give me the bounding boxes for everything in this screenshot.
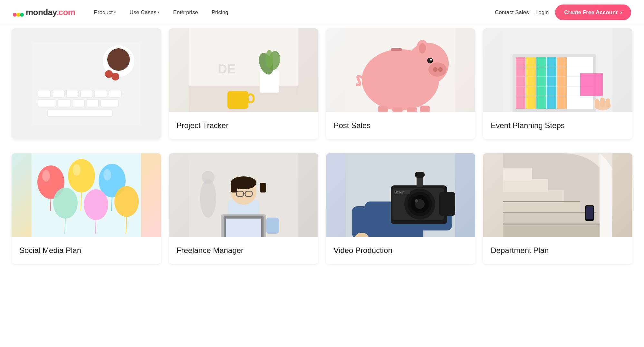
navbar: monday.com Product ▾ Use Cases ▾ Enterpr…	[0, 0, 644, 25]
card-daily-task-tracker[interactable]: Daily Task Tracker	[12, 28, 161, 139]
card-video-production[interactable]: SONY Video Production	[326, 153, 476, 264]
svg-rect-41	[392, 107, 403, 112]
card-label-dept: Department Plan	[483, 237, 632, 264]
svg-point-36	[430, 59, 432, 61]
keyboard-image	[32, 42, 141, 126]
svg-rect-26	[227, 91, 248, 109]
svg-point-75	[73, 164, 81, 176]
svg-point-64	[68, 159, 95, 192]
svg-rect-15	[58, 100, 70, 107]
nav-item-use-cases[interactable]: Use Cases ▾	[124, 7, 165, 18]
svg-rect-51	[557, 57, 567, 109]
card-social-media[interactable]: Social Media Plan	[12, 153, 161, 264]
svg-rect-49	[536, 57, 546, 109]
freelance-image	[189, 153, 298, 237]
svg-rect-10	[66, 90, 79, 97]
svg-point-74	[42, 170, 50, 182]
svg-point-70	[84, 189, 108, 220]
card-image-freelance	[169, 153, 318, 237]
chevron-down-icon: ▾	[114, 10, 116, 14]
svg-rect-90	[226, 219, 261, 237]
svg-point-68	[53, 188, 78, 219]
svg-rect-42	[407, 107, 417, 112]
card-event-planning[interactable]: Event Planning Steps	[483, 28, 632, 139]
card-grid-row2: Social Media Plan	[12, 150, 632, 267]
card-label-project: Project Tracker	[169, 112, 318, 139]
login-link[interactable]: Login	[535, 9, 549, 16]
stairs-image	[503, 153, 612, 237]
svg-rect-56	[580, 73, 603, 96]
svg-rect-115	[503, 168, 532, 181]
arrow-icon: ›	[620, 9, 622, 16]
card-label-post-sales: Post Sales	[326, 112, 476, 139]
chevron-down-icon: ▾	[158, 10, 159, 14]
logo-text: monday.com	[26, 7, 75, 17]
svg-rect-14	[38, 100, 56, 107]
svg-point-103	[415, 199, 418, 202]
svg-rect-47	[516, 57, 525, 109]
svg-rect-59	[600, 98, 605, 107]
create-account-button[interactable]: Create Free Account ›	[555, 5, 631, 20]
svg-point-5	[107, 48, 130, 71]
svg-point-0	[13, 13, 17, 16]
project-image: DE	[189, 28, 298, 112]
svg-rect-84	[260, 183, 266, 192]
card-image-video: SONY	[326, 153, 476, 237]
svg-point-72	[114, 186, 139, 217]
svg-rect-13	[109, 90, 121, 97]
svg-rect-50	[547, 57, 556, 109]
svg-point-25	[265, 50, 273, 68]
logo-link[interactable]: monday.com	[13, 7, 75, 18]
svg-rect-105	[415, 172, 425, 178]
card-image-dept	[483, 153, 632, 237]
card-image-event	[483, 28, 632, 112]
nav-right: Contact Sales Login Create Free Account …	[495, 5, 631, 20]
svg-rect-110	[503, 224, 612, 237]
svg-point-38	[419, 43, 426, 53]
card-label-video: Video Production	[326, 237, 476, 264]
card-grid-row1: Daily Task Tracker	[12, 25, 632, 142]
svg-rect-8	[38, 90, 50, 97]
planner-image	[503, 28, 612, 112]
video-image: SONY	[346, 153, 455, 237]
card-post-sales[interactable]: Post Sales	[326, 28, 476, 139]
svg-point-76	[103, 169, 111, 181]
card-label-social: Social Media Plan	[12, 237, 161, 264]
card-image-social	[12, 153, 161, 237]
card-label-freelance: Freelance Manager	[169, 237, 318, 264]
svg-point-34	[438, 67, 443, 72]
svg-point-35	[427, 58, 433, 63]
svg-text:DE: DE	[218, 62, 236, 76]
card-freelance[interactable]: Freelance Manager	[169, 153, 318, 264]
svg-rect-17	[86, 100, 99, 107]
logo-icon	[13, 7, 24, 18]
piggy-image	[346, 28, 455, 112]
card-image-daily	[12, 28, 161, 139]
svg-rect-12	[95, 90, 107, 97]
svg-rect-108	[439, 192, 455, 216]
svg-rect-18	[101, 100, 119, 107]
svg-rect-11	[81, 90, 93, 97]
svg-rect-94	[352, 206, 371, 237]
svg-point-2	[20, 13, 24, 16]
card-project-tracker[interactable]: DE Project Tracker	[169, 28, 318, 139]
svg-text:SONY: SONY	[395, 191, 404, 194]
svg-point-7	[111, 73, 119, 80]
nav-item-enterprise[interactable]: Enterprise	[167, 7, 204, 18]
svg-point-78	[200, 179, 216, 218]
svg-point-1	[16, 13, 20, 16]
svg-rect-9	[52, 90, 64, 97]
contact-sales-link[interactable]: Contact Sales	[495, 9, 529, 16]
nav-item-pricing[interactable]: Pricing	[206, 7, 234, 18]
svg-rect-43	[420, 106, 430, 112]
svg-rect-48	[526, 57, 536, 109]
svg-rect-19	[48, 109, 112, 117]
main-content: Daily Task Tracker	[0, 25, 644, 267]
nav-item-product[interactable]: Product ▾	[88, 7, 122, 18]
card-department[interactable]: Department Plan	[483, 153, 632, 264]
card-image-post-sales	[326, 28, 476, 112]
svg-rect-60	[606, 98, 610, 108]
svg-point-33	[433, 67, 437, 72]
svg-point-79	[202, 171, 215, 184]
svg-rect-114	[503, 179, 548, 192]
